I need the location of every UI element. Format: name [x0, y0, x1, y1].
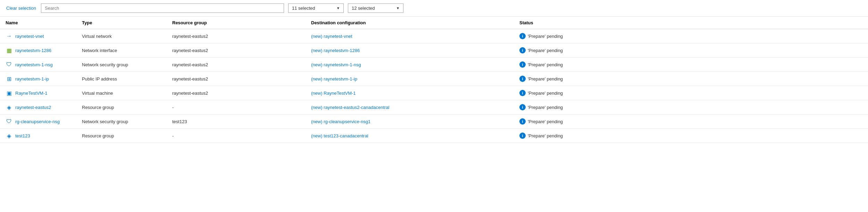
table-row: ⊞ raynetestvm-1-ip Public IP address ray…: [0, 72, 868, 86]
resource-group-cell: raynetest-eastus2: [167, 72, 306, 86]
status-filter-dropdown[interactable]: 12 selected ▼: [348, 3, 403, 13]
resource-name-link[interactable]: raynetestvm-1-nsg: [15, 62, 53, 67]
table-row: ▣ RayneTestVM-1 Virtual machine raynetes…: [0, 86, 868, 100]
table-row: 🛡 raynetestvm-1-nsg Network security gro…: [0, 58, 868, 72]
table-row: → raynetest-vnet Virtual network raynete…: [0, 29, 868, 43]
resource-group-cell: raynetest-eastus2: [167, 29, 306, 43]
table-row: ▦ raynetestvm-1286 Network interface ray…: [0, 43, 868, 58]
resource-group-cell: -: [167, 129, 306, 143]
destination-link[interactable]: (new) rg-cleanupservice-nsg1: [311, 119, 370, 124]
info-icon[interactable]: i: [519, 33, 526, 39]
resource-group-cell: test123: [167, 115, 306, 129]
status-cell: i 'Prepare' pending: [514, 86, 868, 100]
resource-type-icon: ⊞: [6, 75, 12, 82]
resource-name-link[interactable]: raynetest-vnet: [15, 34, 44, 39]
type-cell: Network interface: [76, 43, 167, 58]
type-cell: Resource group: [76, 100, 167, 115]
status-filter-label: 12 selected: [352, 6, 375, 11]
table-row: ◈ test123 Resource group - (new) test123…: [0, 129, 868, 143]
type-filter-label: 11 selected: [292, 6, 315, 11]
resource-name-link[interactable]: raynetestvm-1286: [15, 48, 51, 53]
info-icon[interactable]: i: [519, 47, 526, 53]
info-icon[interactable]: i: [519, 118, 526, 125]
resource-group-cell: raynetest-eastus2: [167, 58, 306, 72]
name-cell: 🛡 raynetestvm-1-nsg: [0, 58, 76, 72]
status-cell: i 'Prepare' pending: [514, 29, 868, 43]
info-icon[interactable]: i: [519, 133, 526, 139]
destination-cell: (new) raynetestvm-1286: [306, 43, 514, 58]
chevron-down-icon: ▼: [396, 6, 400, 10]
destination-cell: (new) test123-canadacentral: [306, 129, 514, 143]
type-cell: Virtual network: [76, 29, 167, 43]
destination-cell: (new) raynetestvm-1-ip: [306, 72, 514, 86]
destination-cell: (new) RayneTestVM-1: [306, 86, 514, 100]
type-cell: Resource group: [76, 129, 167, 143]
resource-name-link[interactable]: test123: [15, 133, 30, 138]
resource-type-icon: ◈: [6, 132, 12, 139]
name-cell: ▣ RayneTestVM-1: [0, 86, 76, 100]
status-cell: i 'Prepare' pending: [514, 100, 868, 115]
col-header-name: Name: [0, 17, 76, 29]
type-cell: Network security group: [76, 115, 167, 129]
destination-link[interactable]: (new) raynetest-vnet: [311, 34, 352, 39]
info-icon[interactable]: i: [519, 90, 526, 96]
resource-type-icon: 🛡: [6, 61, 12, 68]
clear-selection-button[interactable]: Clear selection: [6, 4, 37, 12]
status-text: 'Prepare' pending: [528, 34, 563, 39]
type-cell: Public IP address: [76, 72, 167, 86]
name-cell: ⊞ raynetestvm-1-ip: [0, 72, 76, 86]
destination-link[interactable]: (new) RayneTestVM-1: [311, 91, 356, 96]
resource-type-icon: ▦: [6, 47, 12, 54]
table-header-row: Name Type Resource group Destination con…: [0, 17, 868, 29]
info-icon[interactable]: i: [519, 61, 526, 68]
destination-link[interactable]: (new) raynetestvm-1-nsg: [311, 62, 361, 67]
status-text: 'Prepare' pending: [528, 91, 563, 96]
resource-type-icon: 🛡: [6, 118, 12, 125]
info-icon[interactable]: i: [519, 76, 526, 82]
info-icon[interactable]: i: [519, 104, 526, 110]
destination-cell: (new) raynetestvm-1-nsg: [306, 58, 514, 72]
resource-name-link[interactable]: RayneTestVM-1: [15, 91, 47, 96]
destination-link[interactable]: (new) raynetest-eastus2-canadacentral: [311, 105, 389, 110]
resource-group-cell: -: [167, 100, 306, 115]
destination-cell: (new) raynetest-vnet: [306, 29, 514, 43]
status-cell: i 'Prepare' pending: [514, 72, 868, 86]
destination-link[interactable]: (new) raynetestvm-1286: [311, 48, 360, 53]
status-text: 'Prepare' pending: [528, 119, 563, 124]
resource-name-link[interactable]: raynetestvm-1-ip: [15, 76, 49, 82]
type-filter-dropdown[interactable]: 11 selected ▼: [288, 3, 344, 13]
resource-type-icon: ◈: [6, 104, 12, 111]
status-text: 'Prepare' pending: [528, 105, 563, 110]
col-header-status: Status: [514, 17, 868, 29]
col-header-type: Type: [76, 17, 167, 29]
chevron-down-icon: ▼: [336, 6, 340, 10]
resource-group-cell: raynetest-eastus2: [167, 43, 306, 58]
table-row: 🛡 rg-cleanupservice-nsg Network security…: [0, 115, 868, 129]
destination-cell: (new) raynetest-eastus2-canadacentral: [306, 100, 514, 115]
destination-link[interactable]: (new) test123-canadacentral: [311, 133, 368, 138]
name-cell: 🛡 rg-cleanupservice-nsg: [0, 115, 76, 129]
status-text: 'Prepare' pending: [528, 48, 563, 53]
search-input[interactable]: [41, 3, 284, 13]
destination-cell: (new) rg-cleanupservice-nsg1: [306, 115, 514, 129]
resource-name-link[interactable]: rg-cleanupservice-nsg: [15, 119, 60, 124]
resource-group-cell: raynetest-eastus2: [167, 86, 306, 100]
name-cell: → raynetest-vnet: [0, 29, 76, 43]
status-text: 'Prepare' pending: [528, 133, 563, 138]
type-cell: Network security group: [76, 58, 167, 72]
resources-table: Name Type Resource group Destination con…: [0, 17, 868, 143]
status-cell: i 'Prepare' pending: [514, 43, 868, 58]
col-header-resource-group: Resource group: [167, 17, 306, 29]
col-header-destination: Destination configuration: [306, 17, 514, 29]
resource-name-link[interactable]: raynetest-eastus2: [15, 105, 51, 110]
type-cell: Virtual machine: [76, 86, 167, 100]
destination-link[interactable]: (new) raynetestvm-1-ip: [311, 76, 357, 82]
name-cell: ◈ test123: [0, 129, 76, 143]
status-text: 'Prepare' pending: [528, 76, 563, 82]
status-text: 'Prepare' pending: [528, 62, 563, 67]
name-cell: ▦ raynetestvm-1286: [0, 43, 76, 58]
status-cell: i 'Prepare' pending: [514, 129, 868, 143]
toolbar: Clear selection 11 selected ▼ 12 selecte…: [0, 0, 868, 17]
status-cell: i 'Prepare' pending: [514, 115, 868, 129]
name-cell: ◈ raynetest-eastus2: [0, 100, 76, 115]
